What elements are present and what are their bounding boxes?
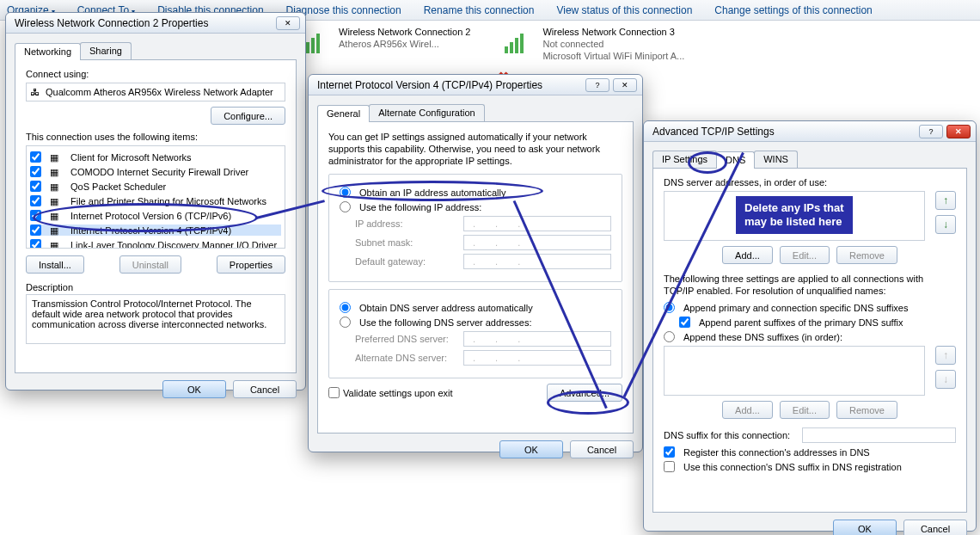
- list-item[interactable]: ▦Internet Protocol Version 4 (TCP/IPv4): [30, 224, 281, 236]
- list-item[interactable]: ▦COMODO Internet Security Firewall Drive…: [30, 166, 281, 177]
- properties-button[interactable]: Properties: [217, 255, 285, 274]
- obtain-dns-radio[interactable]: [340, 302, 351, 313]
- ip-address-field: . . .: [463, 216, 611, 231]
- obtain-ip-radio[interactable]: [340, 187, 351, 198]
- cancel-button[interactable]: Cancel: [903, 520, 967, 535]
- protocol-icon: ▦: [50, 167, 62, 177]
- protocol-list[interactable]: ▦Client for Microsoft Networks▦COMODO In…: [26, 145, 285, 249]
- gateway-field: . . .: [463, 254, 611, 269]
- ok-button[interactable]: OK: [833, 520, 897, 535]
- view-status-link[interactable]: View status of this connection: [556, 4, 692, 16]
- append-these-radio[interactable]: [664, 331, 675, 342]
- configure-button[interactable]: Configure...: [211, 107, 285, 125]
- protocol-icon: ▦: [50, 181, 62, 192]
- list-item[interactable]: ▦File and Printer Sharing for Microsoft …: [30, 195, 281, 206]
- add-button[interactable]: Add...: [722, 246, 773, 264]
- install-button[interactable]: Install...: [26, 255, 84, 274]
- tab-general[interactable]: General: [317, 105, 370, 122]
- titlebar[interactable]: Internet Protocol Version 4 (TCP/IPv4) P…: [309, 75, 642, 95]
- tab-ip-settings[interactable]: IP Settings: [652, 151, 717, 168]
- dns-list[interactable]: [664, 191, 925, 241]
- ok-button[interactable]: OK: [499, 440, 563, 458]
- close-icon[interactable]: ✕: [946, 125, 971, 138]
- cancel-button[interactable]: Cancel: [233, 380, 297, 398]
- help-icon[interactable]: ?: [919, 125, 943, 138]
- connection-item[interactable]: Wireless Network Connection 2 Atheros AR…: [301, 26, 470, 70]
- adapter-name: 🖧 Qualcomm Atheros AR956x Wireless Netwo…: [26, 83, 285, 101]
- protocol-icon: ▦: [50, 240, 62, 249]
- append-parent-checkbox[interactable]: [679, 317, 690, 328]
- use-ip-radio[interactable]: [340, 201, 351, 212]
- item-checkbox[interactable]: [30, 166, 41, 177]
- three-settings-text: The following three settings are applied…: [664, 273, 956, 297]
- tab-sharing[interactable]: Sharing: [80, 42, 132, 59]
- use-dns-label: Use the following DNS server addresses:: [359, 317, 532, 328]
- register-checkbox[interactable]: [664, 446, 675, 458]
- move-up-button[interactable]: ↑: [935, 346, 956, 365]
- add-button[interactable]: Add...: [722, 401, 773, 419]
- gateway-label: Default gateway:: [355, 256, 458, 267]
- tab-wins[interactable]: WINS: [754, 151, 798, 168]
- remove-button[interactable]: Remove: [836, 401, 897, 419]
- tab-networking[interactable]: Networking: [15, 43, 81, 60]
- protocol-icon: ▦: [50, 152, 62, 163]
- rename-link[interactable]: Rename this connection: [424, 4, 535, 16]
- titlebar[interactable]: Advanced TCP/IP Settings ? ✕: [644, 121, 976, 142]
- append-primary-label: Append primary and connection specific D…: [683, 303, 909, 313]
- item-label: Internet Protocol Version 4 (TCP/IPv4): [70, 225, 231, 236]
- validate-checkbox[interactable]: [328, 387, 340, 398]
- close-icon[interactable]: ✕: [276, 16, 300, 30]
- help-icon[interactable]: ?: [585, 78, 609, 92]
- intro-text: You can get IP settings assigned automat…: [328, 131, 622, 167]
- item-checkbox[interactable]: [30, 239, 41, 249]
- dns-suffix-label: DNS suffix for this connection:: [664, 430, 797, 440]
- ok-button[interactable]: OK: [162, 380, 226, 398]
- connection-item[interactable]: ✖ Wireless Network Connection 3 Not conn…: [505, 26, 684, 70]
- connections-row: Wireless Network Connection 2 Atheros AR…: [301, 26, 684, 70]
- item-checkbox[interactable]: [30, 210, 41, 221]
- advanced-tcpip-dialog: Advanced TCP/IP Settings ? ✕ IP Settings…: [643, 120, 977, 532]
- dialog-title: Advanced TCP/IP Settings: [652, 126, 775, 138]
- dns-suffix-input[interactable]: [802, 427, 956, 443]
- remove-button[interactable]: Remove: [836, 246, 897, 264]
- connection-sub: Microsoft Virtual WiFi Miniport A...: [542, 50, 684, 62]
- adapter-icon: 🖧: [30, 87, 42, 97]
- connection-status: Not connected: [542, 38, 684, 50]
- move-down-button[interactable]: ↓: [935, 370, 956, 389]
- tab-alternate-config[interactable]: Alternate Configuration: [369, 104, 485, 121]
- dns-suffix-list[interactable]: [664, 346, 925, 396]
- use-ip-label: Use the following IP address:: [359, 202, 481, 212]
- use-dns-radio[interactable]: [340, 317, 351, 328]
- subnet-field: . . .: [463, 235, 611, 250]
- advanced-button[interactable]: Advanced...: [547, 384, 622, 402]
- titlebar[interactable]: Wireless Network Connection 2 Properties…: [6, 13, 305, 34]
- item-checkbox[interactable]: [30, 195, 41, 206]
- append-these-label: Append these DNS suffixes (in order):: [683, 332, 842, 342]
- item-checkbox[interactable]: [30, 181, 41, 192]
- ipv4-properties-dialog: Internet Protocol Version 4 (TCP/IPv4) P…: [308, 74, 643, 452]
- list-item[interactable]: ▦Link-Layer Topology Discovery Mapper I/…: [30, 239, 281, 249]
- subnet-label: Subnet mask:: [355, 237, 458, 248]
- item-label: File and Printer Sharing for Microsoft N…: [70, 196, 266, 206]
- cancel-button[interactable]: Cancel: [570, 440, 634, 458]
- validate-label: Validate settings upon exit: [343, 388, 453, 398]
- alt-dns-field: . . .: [463, 350, 611, 366]
- edit-button[interactable]: Edit...: [780, 401, 830, 419]
- close-icon[interactable]: ✕: [613, 78, 637, 92]
- use-suffix-checkbox[interactable]: [664, 461, 675, 472]
- description-text: Transmission Control Protocol/Internet P…: [26, 294, 285, 344]
- move-down-button[interactable]: ↓: [935, 215, 956, 234]
- change-settings-link[interactable]: Change settings of this connection: [714, 4, 872, 16]
- list-item[interactable]: ▦QoS Packet Scheduler: [30, 181, 281, 192]
- item-checkbox[interactable]: [30, 224, 41, 236]
- connection-properties-dialog: Wireless Network Connection 2 Properties…: [5, 12, 306, 390]
- connection-sub: Atheros AR956x Wirel...: [339, 38, 470, 50]
- item-checkbox[interactable]: [30, 151, 41, 163]
- tab-dns[interactable]: DNS: [716, 151, 755, 169]
- uninstall-button[interactable]: Uninstall: [119, 255, 181, 274]
- edit-button[interactable]: Edit...: [780, 246, 830, 264]
- move-up-button[interactable]: ↑: [935, 191, 956, 210]
- append-primary-radio[interactable]: [664, 302, 675, 313]
- list-item[interactable]: ▦Internet Protocol Version 6 (TCP/IPv6): [30, 210, 281, 221]
- list-item[interactable]: ▦Client for Microsoft Networks: [30, 151, 281, 163]
